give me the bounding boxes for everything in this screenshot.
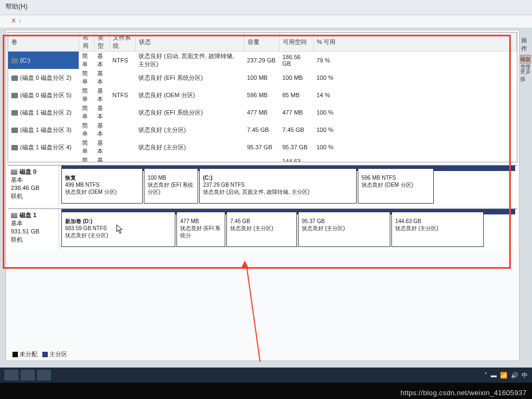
table-row[interactable]: (C:)简单基本NTFS状态良好 (启动, 页面文件, 故障转储, 主分区)23… [8, 52, 517, 69]
menu-bar: 帮助(H) [0, 0, 532, 15]
actions-header: 操作 [520, 30, 531, 54]
table-row[interactable]: (磁盘 1 磁盘分区 3)简单基本状态良好 (主分区)7.45 GB7.45 G… [8, 121, 517, 138]
disk0-partitions: 恢复499 MB NTFS状态良好 (OEM 分区)100 MB状态良好 (EF… [59, 166, 517, 206]
monitor-screen: 帮助(H) ✕ ↓ 操作 磁盘管理 更多操 卷 布局 类型 文件系统 状态 容量… [0, 0, 532, 369]
partition-block[interactable]: 7.45 GB状态良好 (主分区) [226, 212, 297, 247]
table-row[interactable]: (磁盘 0 磁盘分区 2)简单基本状态良好 (EFI 系统分区)100 MB10… [8, 69, 517, 86]
taskbar-app-icon[interactable] [4, 370, 18, 381]
toolbar-strip: ✕ ↓ [0, 15, 532, 28]
table-row[interactable]: (磁盘 1 磁盘分区 2)简单基本状态良好 (EFI 系统分区)477 MB47… [8, 104, 517, 121]
disk1-panel: 磁盘 1 基本 931.51 GB 联机 新加卷 (D:)683.59 GB N… [8, 208, 517, 249]
table-row[interactable]: (磁盘 1 磁盘分区 4)简单基本状态良好 (主分区)95.37 GB95.37… [8, 138, 517, 156]
partition-block[interactable]: (C:)237.29 GB NTFS状态良好 (启动, 页面文件, 故障转储, … [199, 168, 357, 204]
volume-icon [11, 93, 18, 98]
volume-icon [11, 128, 18, 133]
disk0-panel: 磁盘 0 基本 238.46 GB 联机 恢复499 MB NTFS状态良好 (… [8, 165, 517, 206]
legend-unallocated-swatch [12, 352, 18, 357]
wifi-icon[interactable]: 📶 [500, 372, 508, 379]
col-capacity[interactable]: 容量 [244, 33, 279, 52]
disk0-info[interactable]: 磁盘 0 基本 238.46 GB 联机 [8, 166, 59, 206]
volume-icon [11, 145, 18, 150]
close-icon[interactable]: ✕ ↓ [11, 17, 21, 24]
actions-more[interactable]: 更多操 [520, 65, 531, 86]
partition-block[interactable]: 596 MB NTFS状态良好 (OEM 分区) [358, 168, 434, 204]
col-status[interactable]: 状态 [135, 33, 244, 52]
col-type[interactable]: 类型 [94, 33, 109, 52]
mouse-cursor [116, 224, 124, 234]
watermark-text: https://blog.csdn.net/weixin_41605937 [401, 389, 527, 397]
partition-block[interactable]: 100 MB状态良好 (EFI 系统分区) [144, 168, 198, 204]
volume-list[interactable]: 卷 布局 类型 文件系统 状态 容量 可用空间 % 可用 (C:)简单基本NTF… [8, 32, 517, 162]
disk-icon [11, 169, 17, 175]
tray-chevron-up-icon[interactable]: ˄ [484, 372, 487, 379]
ime-indicator[interactable]: 中 [522, 371, 528, 379]
taskbar-app-icon[interactable] [21, 370, 35, 381]
legend: 未分配 主分区 [9, 350, 67, 358]
col-fs[interactable]: 文件系统 [109, 33, 135, 52]
action-disk-mgmt[interactable]: 磁盘管理 [520, 55, 531, 64]
table-row[interactable]: (磁盘 1 磁盘分区 5)简单基本状态良好 (主分区)144.63 GB144.… [8, 156, 517, 162]
col-free[interactable]: 可用空间 [279, 33, 313, 52]
legend-primary-swatch [42, 352, 48, 357]
table-row[interactable]: (磁盘 0 磁盘分区 5)简单基本NTFS状态良好 (OEM 分区)596 MB… [8, 86, 517, 104]
system-tray[interactable]: ˄ ▬ 📶 🔊 中 [484, 371, 528, 379]
disk1-partitions: 新加卷 (D:)683.59 GB NTFS状态良好 (主分区)477 MB状态… [59, 209, 517, 249]
col-volume[interactable]: 卷 [8, 33, 79, 52]
battery-icon[interactable]: ▬ [491, 372, 497, 378]
partition-block[interactable]: 95.37 GB状态良好 (主分区) [298, 212, 390, 247]
volume-icon[interactable]: 🔊 [511, 372, 518, 379]
partition-block[interactable]: 恢复499 MB NTFS状态良好 (OEM 分区) [61, 168, 143, 204]
taskbar[interactable]: ˄ ▬ 📶 🔊 中 [0, 368, 532, 383]
col-layout[interactable]: 布局 [79, 33, 94, 52]
partition-block[interactable]: 144.63 GB状态良好 (主分区) [391, 212, 484, 247]
partition-block[interactable]: 477 MB状态良好 (EFI 系统分 [176, 212, 225, 247]
menu-help[interactable]: 帮助(H) [5, 3, 28, 10]
actions-pane: 操作 磁盘管理 更多操 [520, 30, 531, 356]
taskbar-app-icon[interactable] [37, 370, 51, 381]
table-header-row: 卷 布局 类型 文件系统 状态 容量 可用空间 % 可用 [8, 33, 517, 52]
disk1-info[interactable]: 磁盘 1 基本 931.51 GB 联机 [8, 209, 59, 249]
col-pct[interactable]: % 可用 [313, 33, 517, 52]
disk-management-window: 卷 布局 类型 文件系统 状态 容量 可用空间 % 可用 (C:)简单基本NTF… [5, 30, 520, 361]
disk-icon [11, 213, 17, 218]
volume-icon [11, 110, 18, 116]
annotation-arrow-head [241, 261, 249, 268]
volume-icon [11, 75, 18, 81]
volume-icon [11, 58, 18, 64]
